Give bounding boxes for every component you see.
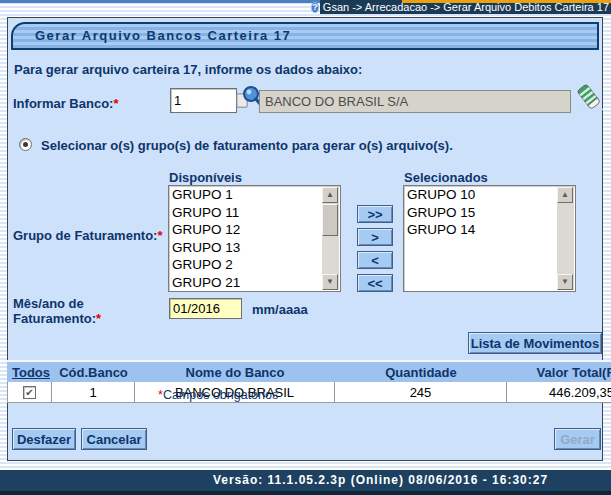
scroll-down-icon[interactable]: ▼: [557, 274, 573, 290]
bank-code-cell: 1: [52, 382, 135, 402]
list-item[interactable]: GRUPO 15: [404, 204, 575, 222]
selected-list-title: Selecionados: [404, 170, 488, 185]
move-all-right-button[interactable]: >>: [357, 205, 393, 223]
column-header: Nome do Banco: [135, 362, 335, 382]
list-item[interactable]: GRUPO 11: [169, 204, 340, 222]
list-item[interactable]: GRUPO 21: [169, 274, 340, 292]
row-checkbox[interactable]: ✔: [23, 386, 36, 399]
column-header: Cód.Banco: [52, 362, 135, 382]
bank-results-table: Todos Cód.Banco Nome do Banco Quantidade…: [7, 360, 611, 403]
total-value-cell: 446.209,35: [507, 382, 611, 402]
table-header-row: Todos Cód.Banco Nome do Banco Quantidade…: [7, 360, 611, 382]
listbox-scrollbar[interactable]: ▲ ▼: [557, 187, 574, 290]
bank-code-input[interactable]: [170, 88, 237, 113]
required-asterisk: *: [113, 96, 118, 111]
billing-month-label: Mês/ano de Faturamento:*: [13, 296, 101, 326]
undo-button[interactable]: Desfazer: [12, 428, 76, 450]
page-title: Gerar Arquivo Bancos Carteira 17: [11, 22, 599, 50]
movements-list-button[interactable]: Lista de Movimentos: [468, 332, 602, 354]
selected-groups-listbox[interactable]: GRUPO 10 GRUPO 15 GRUPO 14 ▲ ▼: [403, 185, 576, 292]
date-format-hint: mm/aaaa: [252, 302, 308, 317]
cancel-button[interactable]: Cancelar: [81, 428, 147, 450]
available-list-title: Disponíveis: [169, 170, 242, 185]
intro-text: Para gerar arquivo carteira 17, informe …: [14, 62, 362, 77]
generate-button[interactable]: Gerar: [554, 428, 601, 450]
select-all-link[interactable]: Todos: [12, 365, 50, 380]
quantity-cell: 245: [335, 382, 507, 402]
bank-name-field: BANCO DO BRASIL S/A: [259, 90, 571, 113]
scroll-down-icon[interactable]: ▼: [322, 274, 338, 290]
move-all-left-button[interactable]: <<: [357, 274, 393, 292]
move-left-button[interactable]: <: [357, 251, 393, 269]
gsan-window: ? Gsan -> Arrecadacao -> Gerar Arquivo D…: [0, 0, 611, 495]
scroll-up-icon[interactable]: ▲: [322, 187, 338, 203]
column-header: Quantidade: [335, 362, 507, 382]
scrollbar-thumb[interactable]: [322, 204, 338, 236]
column-header: Valor Total(R$): [507, 362, 611, 382]
listbox-scrollbar[interactable]: ▲ ▼: [322, 187, 339, 290]
top-highlight-strip: [402, 0, 611, 3]
select-groups-label: Selecionar o(s) grupo(s) de faturamento …: [41, 138, 453, 153]
version-footer: Versão: 11.1.05.2.3p (Online) 08/06/2016…: [0, 470, 611, 491]
list-item[interactable]: GRUPO 1: [169, 186, 340, 204]
billing-month-input[interactable]: [169, 298, 242, 319]
list-item[interactable]: GRUPO 2: [169, 256, 340, 274]
required-fields-note: *Campos obrigatórios: [158, 388, 278, 402]
available-groups-listbox[interactable]: GRUPO 1 GRUPO 11 GRUPO 12 GRUPO 13 GRUPO…: [168, 185, 341, 292]
eraser-icon[interactable]: [573, 80, 606, 115]
bank-label: Informar Banco:*: [13, 96, 118, 111]
list-item[interactable]: GRUPO 13: [169, 239, 340, 257]
group-field-label: Grupo de Faturamento:*: [13, 228, 163, 243]
table-row: ✔ 1 BANCO DO BRASIL 245 446.209,35: [7, 382, 611, 403]
footer-edge: [0, 491, 611, 495]
list-item[interactable]: GRUPO 10: [404, 186, 575, 204]
required-asterisk: *: [157, 228, 162, 243]
select-groups-radio[interactable]: [19, 138, 32, 151]
required-asterisk: *: [96, 311, 101, 326]
move-right-button[interactable]: >: [357, 228, 393, 246]
help-icon[interactable]: ?: [311, 2, 319, 13]
scroll-up-icon[interactable]: ▲: [557, 187, 573, 203]
list-item[interactable]: GRUPO 14: [404, 221, 575, 239]
list-item[interactable]: GRUPO 12: [169, 221, 340, 239]
